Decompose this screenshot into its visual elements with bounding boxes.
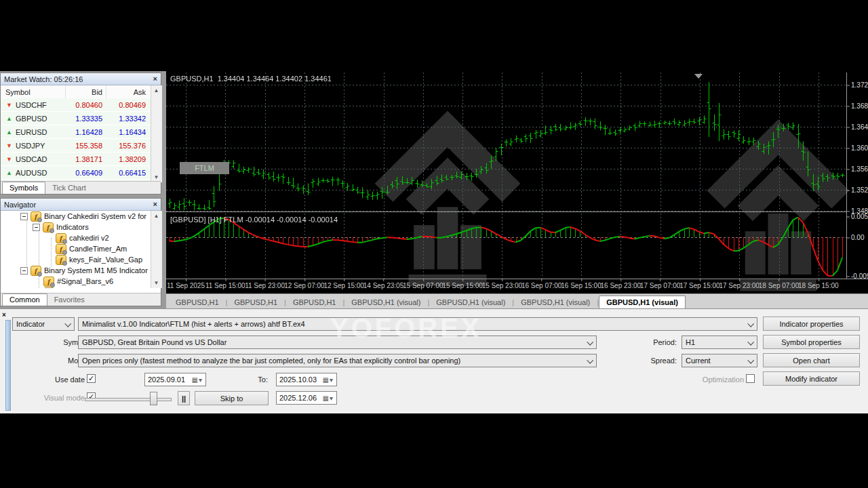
tester-mode-select[interactable]: Indicator [12, 317, 75, 331]
market-watch-title: Market Watch: 05:26:16 [4, 75, 83, 83]
tree-item-label: keys_Fair_Value_Gap [69, 256, 142, 264]
from-date-field[interactable]: 2025.09.01 ▦▾ [144, 373, 206, 386]
price-tick-label: 1.35280 [851, 186, 868, 194]
ftlm-indicator-button[interactable]: FTLM [180, 162, 229, 174]
pause-button[interactable]: || [178, 391, 190, 405]
market-watch-row[interactable]: ▼USDCAD1.381711.38209 [1, 152, 151, 166]
tester-period-select[interactable]: H1 [682, 336, 757, 349]
tree-item[interactable]: fkeys_Fair_Value_Gap [1, 254, 151, 265]
visual-speed-slider-track[interactable] [85, 398, 172, 401]
tree-item[interactable]: fBinary Cahkediri System v2 for [1, 211, 151, 222]
pane-divider[interactable] [166, 211, 846, 212]
arrow-up-icon: ▲ [5, 115, 13, 122]
chart-tab[interactable]: GBPUSD,H1 [286, 296, 343, 308]
tree-item[interactable]: f [1, 287, 151, 288]
optimization-label: Optimization [690, 375, 744, 384]
navigator-titlebar[interactable]: Navigator × [1, 199, 161, 211]
use-date-checkbox[interactable]: ✓ [87, 374, 96, 383]
scroll-up-icon[interactable]: ▲ [151, 85, 161, 96]
indicator-function-icon: f [56, 244, 66, 254]
calendar-icon[interactable]: ▦▾ [192, 376, 203, 384]
market-watch-row[interactable]: ▼USDJPY155.358155.376 [1, 139, 151, 152]
tree-item[interactable]: fBinary System M1 M5 Indicator [1, 265, 151, 276]
close-icon[interactable]: × [153, 201, 157, 208]
tester-spread-select[interactable]: Current [682, 354, 757, 367]
visual-speed-slider-handle[interactable] [150, 392, 157, 405]
symbol-cell: ▲GBPUSD [1, 115, 65, 123]
time-tick-label: 15 Sep 23:00 [482, 282, 523, 289]
skip-date-field[interactable]: 2025.12.06 ▦▾ [276, 391, 337, 405]
symbol-properties-button[interactable]: Symbol properties [763, 335, 860, 349]
price-tick-label: 1.36050 [851, 144, 868, 152]
chart-tab[interactable]: GBPUSD,H1 (visual) [429, 296, 512, 308]
time-tick-label: 16 Sep 07:00 [521, 282, 562, 289]
tree-item-label: #Signal_Bars_v6 [57, 277, 113, 285]
scroll-down-icon[interactable]: ▼ [151, 278, 161, 288]
symbol-cell: ▲EURUSD [1, 128, 65, 136]
tree-collapse-icon[interactable] [20, 213, 28, 220]
arrow-down-icon: ▼ [5, 142, 13, 149]
chevron-down-icon [747, 321, 754, 327]
chart-tab-active[interactable]: GBPUSD,H1 (visual) [599, 296, 686, 308]
indicator-values-header: [GBPUSD] [H1] FTLM -0.00014 -0.00014 -0.… [170, 216, 338, 224]
chart-tab[interactable]: GBPUSD,H1 (visual) [514, 296, 597, 308]
tester-symbol-value: GBPUSD, Great Britain Pound vs US Dollar [82, 338, 226, 346]
tree-item-label: Binary System M1 M5 Indicator [44, 266, 148, 274]
market-watch-panel: Market Watch: 05:26:16 × Symbol Bid Ask … [0, 73, 161, 195]
tree-item[interactable]: f#Signal_Bars_v6 [1, 276, 151, 287]
time-tick-label: 16 Sep 15:00 [561, 282, 601, 289]
tree-item[interactable]: fCandleTimer_Am [1, 243, 151, 254]
column-bid[interactable]: Bid [65, 88, 106, 96]
close-icon[interactable]: × [153, 75, 157, 83]
skip-to-button[interactable]: Skip to [195, 391, 269, 405]
market-watch-titlebar[interactable]: Market Watch: 05:26:16 × [1, 73, 161, 85]
time-tick-label: 14 Sep 23:05 [363, 282, 404, 289]
calendar-icon[interactable]: ▦▾ [323, 376, 334, 384]
column-symbol[interactable]: Symbol [1, 88, 65, 96]
market-watch-row[interactable]: ▲EURUSD1.164281.16434 [1, 125, 151, 139]
to-date-field[interactable]: 2025.10.03 ▦▾ [276, 373, 337, 386]
navigator-scrollbar[interactable]: ▲ ▼ [151, 211, 162, 288]
chart-tab[interactable]: GBPUSD,H1 [227, 296, 284, 308]
tester-expert-select[interactable]: Minimalist v.1.00 Indicator\FTLM (hist +… [78, 317, 757, 331]
optimization-checkbox[interactable] [746, 374, 755, 383]
open-chart-button[interactable]: Open chart [763, 353, 860, 367]
market-watch-row[interactable]: ▲GBPUSD1.333351.33342 [1, 112, 151, 125]
close-icon[interactable]: × [2, 311, 6, 319]
market-watch-scrollbar[interactable]: ▲ ▼ [151, 85, 162, 182]
time-tick-label: 12 Sep 15:00 [323, 282, 364, 289]
tree-collapse-icon[interactable] [33, 224, 40, 231]
tab-symbols[interactable]: Symbols [2, 182, 45, 194]
scroll-up-icon[interactable]: ▲ [151, 211, 161, 221]
symbol-cell: ▲AUDUSD [1, 169, 65, 177]
tester-model-select[interactable]: Open prices only (fastest method to anal… [78, 354, 597, 367]
indicator-properties-button[interactable]: Indicator properties [763, 317, 860, 331]
to-label: To: [241, 375, 268, 384]
modify-indicator-button[interactable]: Modify indicator [763, 371, 860, 386]
chevron-down-icon [64, 321, 71, 327]
price-chart-canvas[interactable] [166, 73, 846, 211]
panel-grip[interactable] [5, 320, 11, 411]
market-watch-row[interactable]: ▲AUDUSD0.664090.66415 [1, 166, 151, 180]
market-watch-row[interactable]: ▼USDCHF0.804600.80469 [1, 98, 151, 112]
period-label: Period: [623, 338, 677, 346]
chart-shift-marker-icon[interactable] [694, 74, 703, 79]
chart-tab[interactable]: GBPUSD,H1 [169, 296, 226, 308]
symbol-cell: ▼USDJPY [1, 142, 65, 150]
tree-item[interactable]: fcahkediri v2 [1, 232, 151, 243]
tree-item[interactable]: fIndicators [1, 222, 151, 232]
time-tick-label: 16 Sep 23:00 [601, 282, 642, 289]
from-date-value: 2025.09.01 [148, 375, 185, 384]
column-ask[interactable]: Ask [106, 88, 149, 96]
price-tick-label: 1.37220 [851, 81, 868, 89]
tab-common[interactable]: Common [2, 293, 47, 306]
tab-tick-chart[interactable]: Tick Chart [45, 182, 93, 194]
bid-value: 0.80460 [65, 101, 106, 109]
chart-tab-bar: GBPUSD,H1|GBPUSD,H1|GBPUSD,H1|GBPUSD,H1 … [166, 293, 868, 308]
chart-tab[interactable]: GBPUSD,H1 (visual) [344, 296, 427, 308]
calendar-icon[interactable]: ▦▾ [323, 394, 334, 402]
tab-favorites[interactable]: Favorites [47, 294, 92, 306]
symbol-name: USDCAD [16, 155, 47, 163]
tree-collapse-icon[interactable] [20, 267, 28, 274]
tester-symbol-select[interactable]: GBPUSD, Great Britain Pound vs US Dollar [78, 336, 597, 349]
